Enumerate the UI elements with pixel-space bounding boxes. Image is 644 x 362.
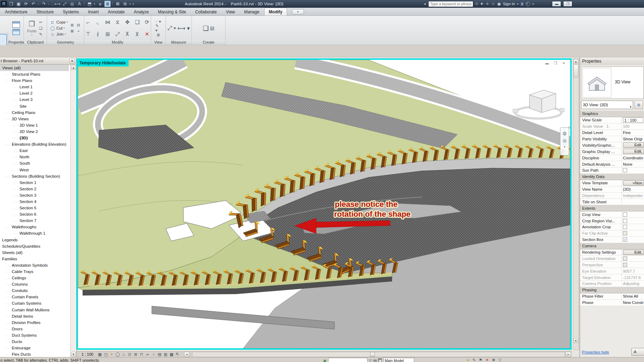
property-value[interactable]: 100	[622, 123, 644, 129]
editable-only-icon[interactable]: ▽	[369, 358, 372, 362]
project-browser-header[interactable]: t Browser - Park5-10.rvt	[0, 57, 76, 65]
unpin-icon[interactable]: ⊻	[133, 31, 142, 37]
tree-item-conduits[interactable]: ···· Conduits	[0, 287, 69, 294]
property-value[interactable]: Edit.	[622, 148, 644, 154]
navbar-dropdown-icon[interactable]: ▾	[564, 145, 565, 148]
tree-item-level-3[interactable]: ···· Level 3	[0, 96, 69, 103]
property-dependency[interactable]: DependencyIndepender	[580, 193, 644, 199]
property-value[interactable]	[622, 199, 644, 205]
help-icon[interactable]: ?	[526, 2, 530, 6]
property-scale-value-1-[interactable]: Scale Value 1:100	[580, 123, 644, 130]
displacement-sets-icon[interactable]: ⇱	[175, 352, 181, 357]
offset-icon[interactable]: ◟	[94, 19, 102, 25]
tree-item-level-2[interactable]: ···· Level 2	[0, 90, 69, 96]
temporary-hide-isolate-banner[interactable]: Temporary Hide/Isolate	[78, 60, 129, 66]
checkbox[interactable]	[623, 219, 627, 223]
property-locked-orientation[interactable]: Locked Orientation	[580, 255, 644, 262]
property-phase-filter[interactable]: Phase FilterShow All	[580, 293, 644, 300]
sign-in-dropdown-icon[interactable]: ▾	[517, 2, 519, 6]
infocenter-collapse-icon[interactable]: ◄	[423, 2, 426, 6]
tree-item-curtain-panels[interactable]: ···· Curtain Panels	[0, 294, 69, 300]
tree-item-south[interactable]: ···· South	[0, 160, 69, 166]
tree-item-doors[interactable]: ···· Doors	[0, 326, 69, 332]
property-value[interactable]: 1 : 100	[622, 117, 644, 123]
edit-button[interactable]: Edit.	[623, 142, 644, 148]
tree-item-detail-items[interactable]: ···· Detail Items	[0, 313, 69, 319]
property-value[interactable]: -131737.6	[622, 274, 644, 280]
tab-architecture[interactable]: Architecture	[1, 8, 32, 15]
temporary-hide-isolate-icon[interactable]: ∞	[145, 352, 151, 357]
tree-item-ducts[interactable]: ···· Ducts	[0, 338, 69, 345]
exclude-options-icon[interactable]: ✕	[486, 358, 489, 362]
property-view-name[interactable]: View Name{3D}	[580, 186, 644, 193]
tree-item-ceilings[interactable]: ···· Ceilings	[0, 275, 69, 281]
tree-item-section-4[interactable]: ···· Section 4	[0, 198, 69, 205]
navbar-close-icon[interactable]: ⊗	[568, 126, 571, 129]
communication-center-icon[interactable]: ✦	[480, 1, 483, 6]
property-annotation-crop[interactable]: Annotation Crop	[580, 224, 644, 230]
array-icon[interactable]: ⊞	[104, 31, 112, 37]
demolish-icon[interactable]: ⌁	[76, 28, 81, 34]
tree-item-floor-plans[interactable]: ···· Floor Plans	[0, 77, 69, 84]
beam-joins-icon[interactable]: ⊟	[76, 23, 81, 28]
property-perspective[interactable]: Perspective	[580, 262, 644, 268]
tree-item-cable-trays[interactable]: ···· Cable Trays	[0, 268, 69, 275]
property-far-clip-active[interactable]: Far Clip Active	[580, 230, 644, 237]
checkbox[interactable]	[623, 231, 627, 235]
shadows-icon[interactable]: ◯	[115, 352, 121, 357]
restore-button[interactable]: ❐	[563, 1, 572, 7]
tree-item-sheets-all-[interactable]: Sheets (all)	[0, 249, 69, 256]
rendering-dialog-icon[interactable]: ♨	[121, 352, 127, 357]
analytical-model-icon[interactable]: ▩	[169, 352, 175, 357]
scroll-down-icon[interactable]: ▼	[71, 352, 76, 357]
property-value[interactable]	[622, 255, 644, 261]
tree-item-views-all-[interactable]: Views (all)	[0, 65, 69, 71]
edit-button[interactable]: Edit.	[623, 250, 644, 255]
tree-item-curtain-wall-mullions[interactable]: ···· Curtain Wall Mullions	[0, 307, 69, 313]
reveal-hidden-elements-icon[interactable]: ○	[151, 352, 157, 357]
property-value[interactable]: None	[622, 161, 644, 167]
property-value[interactable]: 9057.7	[622, 268, 644, 274]
property-value[interactable]	[622, 218, 644, 224]
property-sun-path[interactable]: Sun Path	[580, 167, 644, 174]
properties-help-link[interactable]: Properties help	[582, 350, 609, 354]
hscroll-right-icon[interactable]: ▸	[566, 352, 571, 357]
tab-structure[interactable]: Structure	[32, 8, 58, 15]
view-window-buttons[interactable]: ▬ ❐ ✕	[545, 61, 567, 65]
3d-view-canvas[interactable]: please notice theplease notice therotati…	[77, 58, 572, 350]
tree-item-entourage[interactable]: ···· Entourage	[0, 345, 69, 351]
tab-collaborate[interactable]: Collaborate	[191, 8, 221, 15]
property-crop-view[interactable]: Crop View	[580, 211, 644, 218]
property-value[interactable]	[622, 262, 644, 268]
tree-item-structural-plans[interactable]: ···· Structural Plans	[0, 71, 69, 77]
tab-view[interactable]: View	[222, 8, 239, 15]
tree-item-section-5[interactable]: ···· Section 5	[0, 205, 69, 211]
create-similar-icon[interactable]: ⧈	[210, 24, 214, 32]
property-value[interactable]: {3D}	[622, 186, 644, 192]
pin-icon[interactable]: ⊼	[123, 31, 132, 37]
steering-wheel-icon[interactable]: ◍	[562, 131, 566, 136]
horizontal-scrollbar[interactable]	[192, 352, 565, 357]
tree-item-schedules-quantities[interactable]: Schedules/Quantities	[0, 243, 69, 249]
crop-view-icon[interactable]: ⊡	[127, 352, 133, 357]
type-selector-dropdown[interactable]: 3D View: {3D} ▼	[581, 101, 633, 109]
checkbox[interactable]	[623, 256, 627, 261]
favorites-icon[interactable]: ☆	[491, 1, 495, 6]
value-editbox[interactable]: 1 : 100	[623, 118, 643, 123]
edit-type-button[interactable]: ⊞	[635, 101, 643, 109]
tree-item-3d-view-1[interactable]: ···· 3D View 1	[0, 122, 69, 128]
copy-icon[interactable]: ❏	[133, 19, 142, 25]
selection-filter-icon[interactable]: ▽	[498, 358, 501, 362]
tab-analyze[interactable]: Analyze	[130, 8, 153, 15]
tree-item-3d-views[interactable]: ···· 3D Views	[0, 116, 69, 122]
property-value[interactable]: Adjusting	[622, 281, 644, 287]
dimension-icon[interactable]: ⟷ ▾	[177, 25, 190, 32]
search-icon[interactable]: ⌾	[475, 1, 478, 6]
editable-only-icon[interactable]: ∞	[467, 358, 469, 362]
tree-item-elevations-building-elevation-[interactable]: ···· Elevations (Building Elevation)	[0, 141, 69, 147]
move-icon[interactable]: ✥	[123, 19, 132, 25]
tree-item-annotation-symbols[interactable]: ···· Annotation Symbols	[0, 262, 69, 268]
vertical-scrollbar[interactable]: ▲ ▼ ⋰	[573, 58, 579, 350]
cut-button[interactable]: ◯Cut▾	[50, 25, 68, 31]
tree-item-duct-systems[interactable]: ···· Duct Systems	[0, 332, 69, 338]
